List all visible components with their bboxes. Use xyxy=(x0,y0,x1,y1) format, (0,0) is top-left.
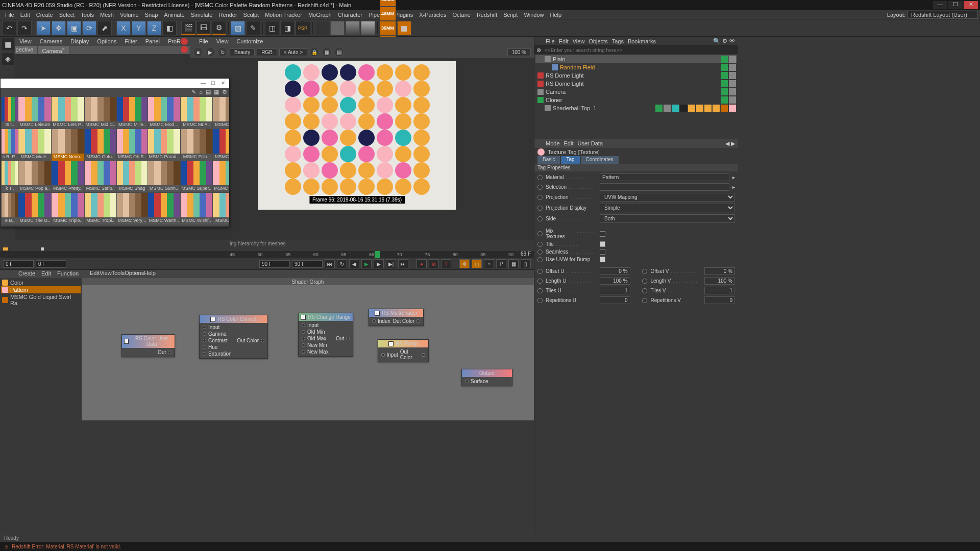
vp-menu-view[interactable]: View xyxy=(15,37,36,45)
search-input[interactable] xyxy=(543,47,738,54)
tiles-v[interactable] xyxy=(704,287,735,294)
vp-menu-panel[interactable]: Panel xyxy=(141,37,164,45)
play-button[interactable]: ▶ xyxy=(361,259,372,268)
palette-swatch[interactable]: MSMC Serio.. xyxy=(85,161,117,193)
palette-swatch[interactable]: MSMC Mute.. xyxy=(18,129,51,161)
pass-dropdown[interactable]: Beauty xyxy=(230,48,255,56)
texture-tag[interactable] xyxy=(688,105,695,112)
attr-userdata[interactable]: User Data xyxy=(578,140,603,146)
stop-render[interactable]: ■ xyxy=(193,47,203,57)
palette-swatch[interactable]: MSMC Mod .. xyxy=(148,97,180,129)
object-tag[interactable] xyxy=(721,96,728,104)
palette-swatch[interactable]: MSMC Pop a.. xyxy=(18,161,51,193)
anim-dot[interactable] xyxy=(642,279,647,284)
lens-55MM[interactable]: 55MM xyxy=(380,0,396,7)
step-fwd[interactable]: ▶ xyxy=(374,259,384,268)
palette-grid-icon[interactable]: ▦ xyxy=(214,89,219,95)
rv-menu-file[interactable]: File xyxy=(195,37,212,45)
anim-dot[interactable] xyxy=(537,279,543,284)
gradient-1[interactable] xyxy=(315,21,329,35)
opt-grid[interactable]: ▦ xyxy=(508,259,519,268)
object-tag[interactable] xyxy=(729,64,736,71)
selection-picker-icon[interactable]: ▸ xyxy=(732,184,735,190)
palette-minimize[interactable]: — xyxy=(201,80,207,86)
model-mode[interactable]: ▦ xyxy=(1,38,14,51)
om-file[interactable]: File xyxy=(546,38,555,44)
offset-u[interactable] xyxy=(600,267,630,275)
xref-icon[interactable]: ◨ xyxy=(280,21,295,35)
node-color-correct[interactable]: ✓RS Color Correct Input Gamma ContrastOu… xyxy=(199,315,268,359)
texture-tag[interactable] xyxy=(729,105,736,112)
tree-row[interactable]: Random Field xyxy=(535,63,737,71)
anim-dot[interactable] xyxy=(537,231,543,236)
move-tool[interactable]: ✥ xyxy=(52,21,66,35)
object-tag[interactable] xyxy=(721,56,728,63)
vp-menu-cameras[interactable]: Cameras xyxy=(36,37,67,45)
palette-maximize[interactable]: ☐ xyxy=(211,80,217,86)
timeline-ruler[interactable]: 4550556065667075808590 66 F xyxy=(0,251,534,258)
palette-swatch[interactable]: ts t.. xyxy=(2,97,18,129)
anim-dot[interactable] xyxy=(642,269,647,274)
object-tag[interactable] xyxy=(721,80,728,87)
anim-dot[interactable] xyxy=(537,249,543,255)
render-canvas[interactable]: Frame 66: 2019-08-16 15:31:16 (7.39s) xyxy=(190,58,534,240)
mat-menu-func[interactable]: Function xyxy=(54,270,82,278)
mat-menu-edit[interactable]: Edit xyxy=(38,270,54,278)
tiles-u[interactable] xyxy=(600,287,630,294)
play-render[interactable]: ▶ xyxy=(205,47,215,57)
tab-coordinates[interactable]: Coordinates xyxy=(581,156,619,164)
menu-select[interactable]: Select xyxy=(56,11,78,19)
palette-swatch[interactable]: MSMC Sunn.. xyxy=(148,161,180,193)
opt-key[interactable]: ▯ xyxy=(521,259,531,268)
channel-dropdown[interactable]: RGB xyxy=(257,48,277,56)
om-filter-icon[interactable]: ⚙ xyxy=(722,38,727,44)
tree-row[interactable]: RS Dome Light xyxy=(535,71,737,80)
palette-swatch[interactable]: MSMC Mr A.. xyxy=(181,97,213,129)
palette-swatch[interactable]: MSMC Lets P.. xyxy=(52,97,84,129)
palette-edit-icon[interactable]: ✎ xyxy=(191,89,196,95)
graph-canvas[interactable]: ✓RS Color User Data Out ✓RS Color Correc… xyxy=(82,285,534,420)
goto-end[interactable]: ⏭ xyxy=(398,259,408,268)
menu-volume[interactable]: Volume xyxy=(117,11,142,19)
anim-dot[interactable] xyxy=(642,298,647,303)
zoom-field[interactable]: 100 % xyxy=(507,48,531,56)
palette-swatch[interactable]: MSMC Super.. xyxy=(181,161,213,193)
clear-search-icon[interactable]: ⊗ xyxy=(534,47,543,54)
close-button[interactable]: ✕ xyxy=(964,1,978,9)
om-objects[interactable]: Objects xyxy=(589,38,607,44)
anim-dot[interactable] xyxy=(537,269,543,274)
menu-create[interactable]: Create xyxy=(33,11,56,19)
palette-swatch[interactable]: MSMC Mid C.. xyxy=(85,97,117,129)
live-select-tool[interactable]: ➤ xyxy=(36,21,51,35)
render-view[interactable]: 🎬 xyxy=(181,21,195,35)
menu-script[interactable]: Script xyxy=(500,11,521,19)
palette-swatch[interactable]: MSMC Shag xyxy=(117,161,148,193)
om-search-icon[interactable]: 🔍 xyxy=(713,38,720,44)
vp-menu-options[interactable]: Options xyxy=(93,37,120,45)
maximize-button[interactable]: ☐ xyxy=(948,1,963,9)
tab-basic[interactable]: Basic xyxy=(537,156,560,164)
attr-mode[interactable]: Mode xyxy=(546,140,560,146)
anim-dot[interactable] xyxy=(537,257,543,262)
palette-swatch[interactable]: s R. P.. xyxy=(2,129,18,161)
anim-dot[interactable] xyxy=(537,185,543,190)
opt-a[interactable]: ○ xyxy=(484,259,494,268)
goto-next-key[interactable]: ▶| xyxy=(386,259,396,268)
anim-dot[interactable] xyxy=(537,288,543,293)
layout-dropdown[interactable]: Redshift Layout (User) xyxy=(908,11,978,19)
sel-mode[interactable]: ✥ xyxy=(459,259,470,268)
goto-start[interactable]: ⏮ xyxy=(325,259,335,268)
anim-dot[interactable] xyxy=(537,242,543,247)
om-eye-icon[interactable]: 👁 xyxy=(729,38,735,44)
palette-swatch[interactable]: MSMC Wishf.. xyxy=(181,193,213,224)
material-picker-icon[interactable]: ▸ xyxy=(732,174,735,180)
material-field[interactable] xyxy=(600,173,729,181)
texture-tag[interactable] xyxy=(696,105,703,112)
point-mode[interactable]: ◻ xyxy=(472,259,482,268)
palette-swatch[interactable]: MSMC Pink .. xyxy=(213,129,229,161)
object-tag[interactable] xyxy=(721,64,728,71)
scale-tool[interactable]: ▣ xyxy=(67,21,81,35)
autokey-button[interactable]: ⊘ xyxy=(429,259,439,268)
menu-redshift[interactable]: Redshift xyxy=(474,11,500,19)
palette-swatch[interactable]: MSMC Neon.. xyxy=(52,129,84,161)
